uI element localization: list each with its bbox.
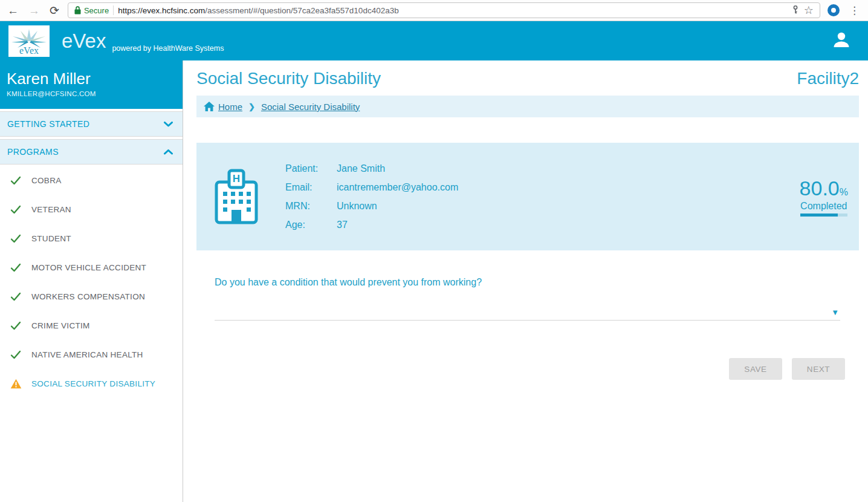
checkmark-icon: [10, 321, 21, 330]
hospital-icon: H: [215, 169, 258, 224]
extension-icon[interactable]: [828, 4, 840, 16]
program-label: MOTOR VEHICLE ACCIDENT: [31, 263, 146, 272]
checkmark-icon: [10, 350, 21, 359]
omnibox-divider: [113, 5, 114, 15]
sidebar-program-item[interactable]: STUDENT: [0, 224, 183, 253]
patient-field-label: MRN:: [285, 201, 337, 212]
checkmark-icon: [10, 205, 21, 214]
chevron-up-icon: [164, 149, 173, 155]
home-icon: [204, 102, 215, 111]
program-label: NATIVE AMERICAN HEALTH: [31, 350, 143, 359]
lock-icon: [74, 6, 81, 15]
sidebar-program-item[interactable]: CRIME VICTIM: [0, 311, 183, 340]
program-label: COBRA: [31, 176, 62, 185]
checkmark-icon: [10, 263, 21, 272]
program-label: STUDENT: [31, 234, 71, 243]
patient-field-label: Patient:: [285, 163, 337, 174]
app-name: eVex: [62, 30, 106, 53]
patient-info-card: H Patient: Jane Smith Email: icantrememb…: [196, 143, 859, 250]
checkmark-icon: [10, 292, 21, 301]
progress-summary: 80.0% Completed: [800, 177, 848, 217]
dropdown-caret-icon[interactable]: ▼: [831, 308, 839, 317]
svg-text:H: H: [233, 173, 240, 184]
breadcrumb-separator: ❯: [248, 102, 255, 111]
chevron-down-icon: [164, 122, 173, 127]
patient-field-value: icantremember@yahoo.com: [337, 182, 458, 193]
browser-menu-icon[interactable]: ⋮: [847, 4, 862, 17]
programs-list: COBRA VETERAN: [0, 166, 183, 398]
breadcrumb-home-link[interactable]: Home: [204, 102, 242, 112]
breadcrumb-current-link[interactable]: Social Security Disability: [261, 102, 360, 112]
user-email: KMILLER@HCFSINC.COM: [7, 90, 175, 97]
patient-field-value: Jane Smith: [337, 163, 458, 174]
sidebar-program-item[interactable]: NATIVE AMERICAN HEALTH: [0, 340, 183, 369]
progress-label: Completed: [800, 201, 848, 212]
patient-field-label: Email:: [285, 182, 337, 193]
url-host: https://evex.hcfsinc.com: [118, 6, 205, 15]
patient-field-value: 37: [337, 220, 458, 230]
password-key-icon[interactable]: [791, 5, 800, 15]
browser-chrome: ← → ⟳ Secure https://evex.hcfsinc.com/as…: [0, 0, 868, 21]
browser-back-button[interactable]: ←: [6, 5, 20, 16]
warning-icon: [10, 379, 22, 389]
program-label: CRIME VICTIM: [31, 321, 90, 330]
patient-field-label: Age:: [285, 220, 337, 230]
bookmark-star-icon[interactable]: ☆: [804, 5, 814, 16]
sidebar-user-block: Karen Miller KMILLER@HCFSINC.COM: [0, 60, 183, 109]
section-label: PROGRAMS: [7, 147, 59, 157]
patient-fields: Patient: Jane Smith Email: icantremember…: [285, 163, 458, 230]
sidebar-program-item[interactable]: MOTOR VEHICLE ACCIDENT: [0, 253, 183, 282]
breadcrumb: Home ❯ Social Security Disability: [196, 96, 859, 117]
user-name: Karen Miller: [7, 70, 175, 88]
sidebar-section-getting-started[interactable]: GETTING STARTED: [0, 111, 183, 137]
checkmark-icon: [10, 176, 21, 185]
app-tagline: powered by HealthWare Systems: [112, 44, 224, 53]
facility-label: Facility2: [797, 69, 859, 88]
sidebar-program-item[interactable]: WORKERS COMPENSATION: [0, 282, 183, 311]
progress-bar-fill: [800, 214, 838, 217]
sidebar-program-item[interactable]: SOCIAL SECURITY DISABILITY: [0, 369, 183, 398]
evex-logo: eVex: [8, 25, 50, 57]
progress-bar: [800, 214, 847, 217]
address-bar[interactable]: Secure https://evex.hcfsinc.com/assessme…: [68, 2, 820, 18]
program-label: WORKERS COMPENSATION: [31, 292, 145, 301]
browser-refresh-button[interactable]: ⟳: [48, 5, 60, 16]
url-text[interactable]: https://evex.hcfsinc.com/assessment/#/qu…: [118, 6, 787, 15]
url-path: /assessment/#/question/57ca2ea3fa557d10d…: [205, 6, 399, 15]
answer-dropdown[interactable]: ▼: [215, 308, 840, 321]
evex-logo-text: eVex: [19, 46, 39, 56]
app-header: eVex eVex powered by HealthWare Systems: [0, 21, 868, 60]
sidebar-program-item[interactable]: COBRA: [0, 166, 183, 195]
save-button[interactable]: SAVE: [729, 358, 782, 380]
patient-field-value: Unknown: [337, 201, 458, 212]
progress-percent-sign: %: [840, 187, 848, 197]
sidebar: Karen Miller KMILLER@HCFSINC.COM GETTING…: [0, 60, 183, 502]
program-label: VETERAN: [31, 205, 71, 214]
actions-row: SAVE NEXT: [196, 358, 859, 380]
main-content: Social Security Disability Facility2 Hom…: [183, 60, 868, 502]
sidebar-program-item[interactable]: VETERAN: [0, 195, 183, 224]
question-text: Do you have a condition that would preve…: [215, 277, 859, 288]
sidebar-section-programs[interactable]: PROGRAMS: [0, 139, 183, 165]
security-chip[interactable]: Secure: [74, 6, 109, 15]
page-title: Social Security Disability: [196, 69, 381, 88]
checkmark-icon: [10, 234, 21, 243]
next-button[interactable]: NEXT: [792, 358, 845, 380]
security-label: Secure: [84, 6, 109, 15]
section-label: GETTING STARTED: [7, 119, 89, 129]
progress-percent: 80.0: [800, 177, 840, 200]
user-account-icon[interactable]: [832, 30, 851, 52]
program-label: SOCIAL SECURITY DISABILITY: [31, 379, 155, 388]
browser-forward-button[interactable]: →: [27, 5, 41, 16]
